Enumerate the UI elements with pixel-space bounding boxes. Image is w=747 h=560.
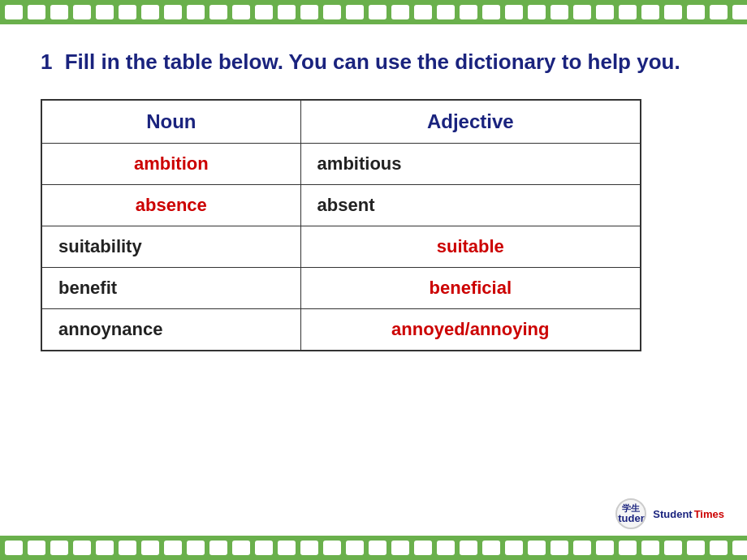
- logo-circle: 学生 Student: [615, 498, 646, 529]
- film-hole: [664, 5, 682, 19]
- film-hole: [278, 541, 296, 555]
- film-hole: [209, 5, 227, 19]
- film-hole: [641, 541, 659, 555]
- film-hole: [505, 541, 523, 555]
- film-hole: [119, 541, 136, 555]
- film-hole: [346, 541, 364, 555]
- logo-times-label: Times: [694, 508, 724, 520]
- film-hole: [209, 541, 227, 555]
- header-adjective: Adjective: [300, 100, 641, 144]
- film-hole: [460, 5, 477, 19]
- instruction-text: 1 Fill in the table below. You can use t…: [41, 49, 706, 76]
- film-hole: [505, 5, 523, 19]
- cell-adjective-1: absent: [300, 184, 641, 226]
- film-hole: [596, 5, 614, 19]
- film-hole: [255, 541, 273, 555]
- film-hole: [391, 541, 409, 555]
- film-hole: [687, 541, 705, 555]
- logo-text-box: StudentTimes: [646, 505, 731, 523]
- table-row: absenceabsent: [41, 184, 641, 226]
- film-hole: [164, 5, 182, 19]
- film-hole: [732, 541, 747, 555]
- film-hole: [119, 5, 136, 19]
- cell-noun-1: absence: [41, 184, 300, 226]
- film-hole: [437, 5, 455, 19]
- table-row: suitabilitysuitable: [41, 226, 641, 267]
- film-hole: [28, 5, 45, 19]
- film-hole: [573, 5, 591, 19]
- film-hole: [573, 541, 591, 555]
- film-hole: [437, 541, 455, 555]
- cell-adjective-3: beneficial: [300, 267, 641, 308]
- film-hole: [141, 5, 159, 19]
- film-hole: [5, 541, 23, 555]
- vocabulary-table: Noun Adjective ambitionambitiousabsencea…: [41, 99, 641, 351]
- table-row: benefitbeneficial: [41, 267, 641, 308]
- film-hole: [482, 5, 500, 19]
- film-strip-bottom: [0, 536, 747, 560]
- film-hole: [619, 5, 637, 19]
- film-hole: [710, 5, 728, 19]
- film-hole: [300, 541, 318, 555]
- logo-student-label: Student: [653, 508, 692, 520]
- table-header-row: Noun Adjective: [41, 100, 641, 144]
- film-hole: [232, 5, 250, 19]
- cell-noun-0: ambition: [41, 143, 300, 184]
- table-row: ambitionambitious: [41, 143, 641, 184]
- film-hole: [278, 5, 296, 19]
- film-hole: [73, 5, 91, 19]
- film-hole: [164, 541, 182, 555]
- cell-noun-4: annoynance: [41, 308, 300, 351]
- logo-student-text: Student: [615, 513, 646, 523]
- film-hole: [187, 541, 205, 555]
- film-hole: [5, 5, 23, 19]
- film-strip-top: [0, 0, 747, 24]
- film-hole: [528, 541, 546, 555]
- cell-adjective-4: annoyed/annoying: [300, 308, 641, 351]
- film-hole: [346, 5, 364, 19]
- film-hole: [369, 5, 386, 19]
- logo-area: 学生 Student StudentTimes: [615, 498, 731, 529]
- cell-adjective-2: suitable: [300, 226, 641, 267]
- film-hole: [300, 5, 318, 19]
- instruction-body: Fill in the table below. You can use the…: [65, 50, 680, 74]
- film-hole: [28, 541, 45, 555]
- film-hole: [50, 541, 68, 555]
- film-hole: [528, 5, 546, 19]
- film-hole: [96, 5, 114, 19]
- film-hole: [551, 5, 568, 19]
- film-hole: [187, 5, 205, 19]
- film-hole: [641, 5, 659, 19]
- film-hole: [732, 5, 747, 19]
- film-hole: [73, 541, 91, 555]
- film-hole: [50, 5, 68, 19]
- film-hole: [664, 541, 682, 555]
- instruction-number: 1: [41, 50, 52, 74]
- film-hole: [96, 541, 114, 555]
- logo-inner: 学生 Student: [615, 504, 646, 523]
- film-hole: [482, 541, 500, 555]
- film-hole: [232, 541, 250, 555]
- cell-noun-3: benefit: [41, 267, 300, 308]
- film-hole: [619, 541, 637, 555]
- cell-adjective-0: ambitious: [300, 143, 641, 184]
- film-hole: [323, 541, 341, 555]
- film-hole: [710, 541, 728, 555]
- header-noun: Noun: [41, 100, 300, 144]
- film-hole: [323, 5, 341, 19]
- film-hole: [596, 541, 614, 555]
- film-hole: [391, 5, 409, 19]
- table-row: annoynanceannoyed/annoying: [41, 308, 641, 351]
- film-hole: [460, 541, 477, 555]
- cell-noun-2: suitability: [41, 226, 300, 267]
- main-content: 1 Fill in the table below. You can use t…: [0, 24, 747, 536]
- film-hole: [369, 541, 386, 555]
- film-hole: [141, 541, 159, 555]
- film-hole: [414, 5, 432, 19]
- film-hole: [414, 541, 432, 555]
- film-hole: [687, 5, 705, 19]
- film-hole: [551, 541, 568, 555]
- film-hole: [255, 5, 273, 19]
